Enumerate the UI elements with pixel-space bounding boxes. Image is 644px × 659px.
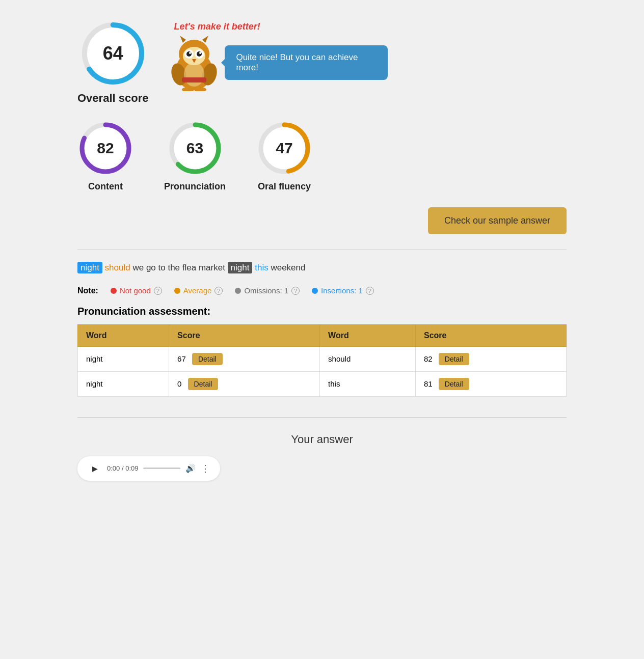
mascot-area: Let's make it better!: [169, 33, 388, 93]
word-night-dark: night: [228, 262, 253, 273]
speech-bubble-text: Quite nice! But you can achieve more!: [236, 52, 358, 72]
sample-answer-button[interactable]: Check our sample answer: [428, 207, 567, 234]
help-icon-4[interactable]: ?: [366, 287, 374, 295]
sample-answer-section: Check our sample answer: [77, 207, 567, 234]
svg-point-16: [184, 62, 204, 87]
oral-fluency-score-value: 47: [276, 140, 292, 157]
note-omissions-text: Omissions: 1: [244, 286, 288, 295]
words-middle: we go to the flea market: [132, 263, 227, 272]
overall-score-container: 64 Overall score: [77, 20, 148, 105]
cell-word1-row1: night: [78, 346, 169, 371]
help-icon-1[interactable]: ?: [154, 287, 162, 295]
note-insertions: Insertions: 1 ?: [312, 286, 374, 295]
note-insertions-text: Insertions: 1: [321, 286, 363, 295]
dot-red: [111, 288, 117, 294]
oral-fluency-score-item: 47 Oral fluency: [256, 120, 312, 192]
table-header-score1: Score: [169, 324, 320, 346]
time-total: 0:09: [125, 464, 138, 472]
time-display: 0:00 / 0:09: [107, 464, 138, 472]
detail-button-1[interactable]: Detail: [192, 353, 223, 365]
detail-button-2[interactable]: Detail: [439, 353, 469, 365]
assessment-table: Word Score Word Score night 67 Detail sh…: [77, 324, 567, 397]
divider-2: [77, 417, 567, 418]
cell-word1-row2: night: [78, 371, 169, 396]
cell-word2-row2: this: [320, 371, 416, 396]
lets-make-better-text: Let's make it better!: [174, 21, 260, 32]
svg-marker-4: [180, 36, 186, 43]
detail-button-3[interactable]: Detail: [188, 378, 219, 390]
note-label: Note:: [77, 286, 98, 295]
sub-scores-section: 82 Content 63 Pronunciation 47: [77, 120, 567, 192]
svg-rect-17: [182, 77, 206, 83]
cell-score2-row1: 82 Detail: [415, 346, 566, 371]
svg-point-9: [186, 51, 192, 57]
help-icon-3[interactable]: ?: [291, 287, 300, 295]
pronunciation-score-item: 63 Pronunciation: [164, 120, 226, 192]
table-header-word2: Word: [320, 324, 416, 346]
cell-word2-row1: should: [320, 346, 416, 371]
overall-score-label: Overall score: [77, 92, 148, 105]
cell-score1-row2: 0 Detail: [169, 371, 320, 396]
pronunciation-score-circle: 63: [167, 120, 223, 176]
dot-gray: [235, 288, 241, 294]
svg-point-12: [199, 52, 201, 54]
time-current: 0:00: [107, 464, 120, 472]
assessment-title: Pronunciation assessment:: [77, 306, 567, 317]
note-average: Average ?: [174, 286, 223, 295]
pronunciation-score-value: 63: [186, 140, 203, 157]
oral-fluency-label: Oral fluency: [258, 181, 311, 192]
content-score-item: 82 Content: [77, 120, 133, 192]
svg-point-10: [197, 51, 202, 57]
cell-score1-row1: 67 Detail: [169, 346, 320, 371]
audio-player: ▶ 0:00 / 0:09 🔊 ⋮: [77, 456, 220, 481]
volume-button[interactable]: 🔊: [185, 463, 196, 473]
svg-point-11: [189, 52, 191, 54]
table-header-score2: Score: [415, 324, 566, 346]
mascot-wrapper: Let's make it better!: [169, 33, 220, 93]
overall-score-circle: 64: [80, 20, 146, 87]
note-not-good-text: Not good: [120, 286, 151, 295]
word-night-blue: night: [77, 262, 102, 273]
word-weekend: weekend: [271, 263, 305, 272]
cell-score2-row2: 81 Detail: [415, 371, 566, 396]
content-score-value: 82: [97, 140, 114, 157]
note-not-good: Not good ?: [111, 286, 162, 295]
your-answer-section: Your answer ▶ 0:00 / 0:09 🔊 ⋮: [77, 433, 567, 481]
svg-marker-5: [202, 36, 208, 43]
dot-orange: [174, 288, 180, 294]
text-analysis: night should we go to the flea market ni…: [77, 260, 567, 276]
owl-mascot: [169, 33, 220, 91]
help-icon-2[interactable]: ?: [214, 287, 223, 295]
detail-button-4[interactable]: Detail: [439, 378, 469, 390]
pronunciation-label: Pronunciation: [164, 181, 226, 192]
divider-1: [77, 250, 567, 250]
note-section: Note: Not good ? Average ? Omissions: 1 …: [77, 286, 567, 295]
note-omissions: Omissions: 1 ?: [235, 286, 300, 295]
your-answer-title: Your answer: [77, 433, 567, 446]
word-this: this: [255, 263, 268, 272]
content-score-circle: 82: [77, 120, 133, 176]
dot-blue: [312, 288, 318, 294]
table-row: night 67 Detail should 82 Detail: [78, 346, 567, 371]
table-row: night 0 Detail this 81 Detail: [78, 371, 567, 396]
content-label: Content: [88, 181, 123, 192]
progress-bar[interactable]: [143, 468, 180, 469]
overall-score-value: 64: [103, 43, 123, 64]
oral-fluency-score-circle: 47: [256, 120, 312, 176]
speech-bubble: Quite nice! But you can achieve more!: [225, 45, 388, 80]
note-average-text: Average: [183, 286, 212, 295]
word-should: should: [105, 263, 130, 272]
table-header-word1: Word: [78, 324, 169, 346]
play-button[interactable]: ▶: [88, 461, 102, 476]
more-options-button[interactable]: ⋮: [201, 463, 210, 474]
